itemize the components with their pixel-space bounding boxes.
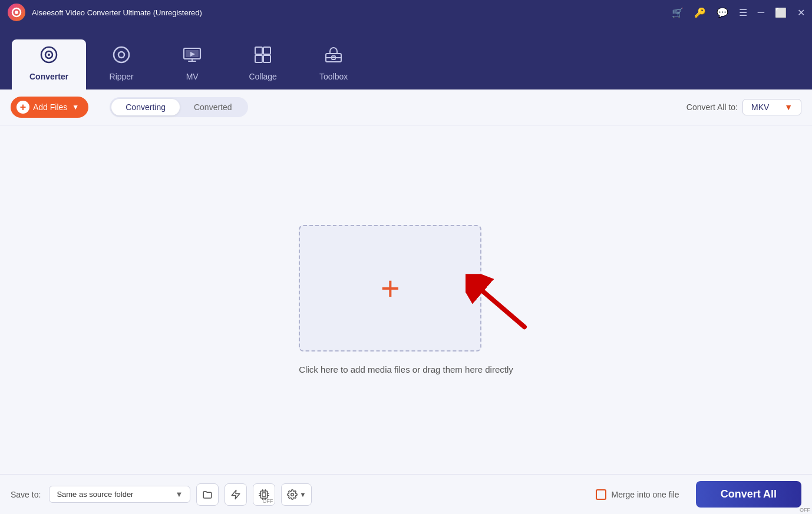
tab-ripper[interactable]: Ripper bbox=[86, 39, 157, 89]
chat-icon[interactable]: 💬 bbox=[717, 7, 728, 18]
gear-icon bbox=[287, 489, 298, 500]
drop-plus-icon: + bbox=[381, 272, 400, 305]
drop-hint: Click here to add media files or drag th… bbox=[299, 364, 513, 374]
mv-icon bbox=[183, 45, 202, 68]
tab-collage-label: Collage bbox=[249, 72, 276, 81]
key-icon[interactable]: 🔑 bbox=[694, 7, 706, 18]
settings-caret-icon: ▼ bbox=[299, 491, 306, 498]
save-to-value: Same as source folder bbox=[57, 490, 133, 499]
nav-bar: Converter Ripper MV bbox=[0, 25, 812, 89]
bottom-bar: Save to: Same as source folder ▼ OFF bbox=[0, 474, 812, 514]
toolbar: + Add Files ▼ Converting Converted Conve… bbox=[0, 89, 812, 125]
converting-tab[interactable]: Converting bbox=[111, 99, 180, 115]
svg-rect-24 bbox=[262, 493, 266, 496]
convert-all-button[interactable]: Convert All bbox=[696, 481, 801, 508]
converted-tab[interactable]: Converted bbox=[180, 99, 246, 115]
svg-point-6 bbox=[114, 47, 129, 62]
merge-label: Merge into one file bbox=[611, 490, 679, 499]
app-logo bbox=[7, 3, 26, 22]
save-to-select[interactable]: Same as source folder ▼ bbox=[49, 486, 190, 503]
minimize-icon[interactable]: ─ bbox=[758, 7, 764, 18]
convert-all-to: Convert All to: MKV ▼ bbox=[686, 99, 801, 115]
converter-icon bbox=[39, 45, 58, 68]
svg-rect-23 bbox=[260, 491, 268, 498]
cart-icon[interactable]: 🛒 bbox=[672, 7, 684, 18]
tab-ripper-label: Ripper bbox=[110, 72, 134, 81]
title-bar-controls: 🛒 🔑 💬 ☰ ─ ⬜ ✕ bbox=[672, 7, 805, 18]
add-files-label: Add Files bbox=[33, 102, 67, 112]
ripper-icon bbox=[112, 45, 131, 68]
red-arrow-icon bbox=[466, 274, 536, 344]
svg-point-2 bbox=[15, 11, 18, 14]
add-files-caret-icon: ▼ bbox=[72, 103, 79, 111]
add-files-plus-icon: + bbox=[16, 101, 29, 114]
menu-icon[interactable]: ☰ bbox=[739, 7, 747, 18]
svg-marker-22 bbox=[232, 490, 240, 499]
format-caret-icon: ▼ bbox=[784, 102, 793, 112]
hardware-accel-button[interactable]: OFF bbox=[253, 483, 275, 506]
toolbox-icon bbox=[324, 45, 343, 68]
drop-zone-area[interactable]: + Click here to add media bbox=[0, 125, 812, 474]
drop-box[interactable]: + bbox=[299, 225, 481, 351]
svg-rect-15 bbox=[255, 55, 262, 62]
convert-all-to-label: Convert All to: bbox=[686, 102, 738, 112]
tab-group: Converting Converted bbox=[110, 97, 247, 117]
format-value: MKV bbox=[751, 102, 769, 112]
svg-point-33 bbox=[291, 493, 294, 496]
tab-converter-label: Converter bbox=[29, 72, 68, 81]
svg-rect-14 bbox=[263, 47, 270, 54]
tab-mv[interactable]: MV bbox=[157, 39, 227, 89]
restore-icon[interactable]: ⬜ bbox=[775, 7, 787, 18]
turbo-button[interactable]: OFF bbox=[225, 483, 247, 506]
title-bar: Aiseesoft Video Converter Ultimate (Unre… bbox=[0, 0, 812, 25]
svg-rect-16 bbox=[263, 55, 270, 62]
merge-group: Merge into one file bbox=[596, 489, 679, 500]
collage-icon bbox=[253, 45, 272, 68]
lightning-icon bbox=[230, 489, 241, 500]
tab-toolbox[interactable]: Toolbox bbox=[298, 39, 369, 89]
app-title: Aiseesoft Video Converter Ultimate (Unre… bbox=[32, 8, 202, 17]
svg-point-7 bbox=[118, 52, 124, 58]
merge-checkbox[interactable] bbox=[596, 489, 606, 500]
svg-rect-13 bbox=[255, 47, 262, 54]
tab-collage[interactable]: Collage bbox=[227, 39, 298, 89]
browse-folder-button[interactable] bbox=[196, 483, 219, 506]
main-area: + Add Files ▼ Converting Converted Conve… bbox=[0, 89, 812, 514]
format-select[interactable]: MKV ▼ bbox=[742, 99, 801, 115]
settings-button[interactable]: ▼ bbox=[281, 483, 312, 506]
save-to-caret-icon: ▼ bbox=[176, 490, 183, 499]
folder-icon bbox=[202, 489, 213, 500]
close-icon[interactable]: ✕ bbox=[797, 7, 805, 18]
arrow-container bbox=[466, 274, 536, 347]
save-to-label: Save to: bbox=[11, 490, 41, 499]
tab-converter[interactable]: Converter bbox=[12, 39, 86, 89]
tab-mv-label: MV bbox=[186, 72, 199, 81]
tab-toolbox-label: Toolbox bbox=[319, 72, 348, 81]
add-files-button[interactable]: + Add Files ▼ bbox=[11, 97, 88, 118]
svg-point-5 bbox=[48, 54, 50, 56]
title-bar-left: Aiseesoft Video Converter Ultimate (Unre… bbox=[7, 3, 202, 22]
svg-line-21 bbox=[483, 291, 524, 327]
